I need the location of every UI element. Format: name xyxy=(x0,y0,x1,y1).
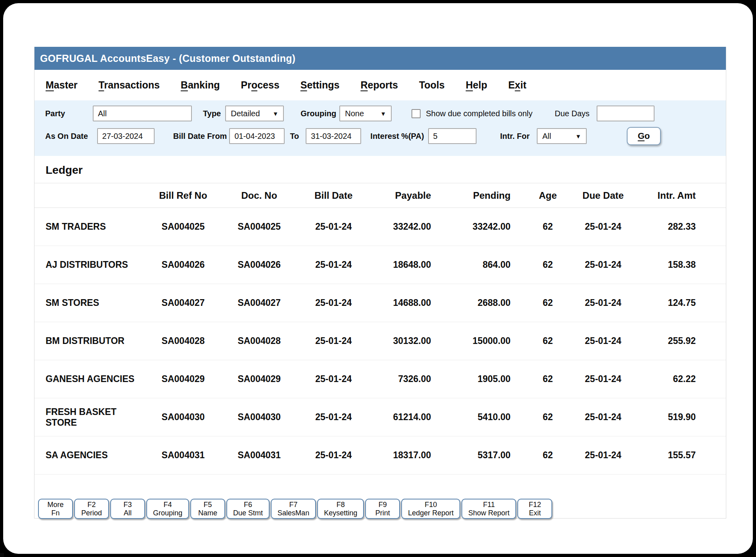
cell-due-date: 25-01-24 xyxy=(567,284,639,322)
cell-bill-date: 25-01-24 xyxy=(297,284,370,322)
cell-pending: 5410.00 xyxy=(449,398,529,436)
cell-age: 62 xyxy=(529,284,567,322)
cell-doc-no: SA004027 xyxy=(221,284,297,322)
cell-age: 62 xyxy=(529,398,567,436)
menu-help[interactable]: Help xyxy=(466,79,487,91)
as-on-date-label: As On Date xyxy=(45,132,88,141)
cell-age: 62 xyxy=(529,246,567,284)
cell-bill-ref-no: SA004030 xyxy=(145,398,221,436)
fn-button-f2-period[interactable]: F2Period xyxy=(74,499,109,519)
col-header-pending: Pending xyxy=(449,183,529,208)
as-on-date-input[interactable] xyxy=(97,128,155,144)
chevron-down-icon: ▼ xyxy=(380,110,386,117)
cell-pending: 864.00 xyxy=(449,246,529,284)
intr-for-label: Intr. For xyxy=(500,132,530,141)
cell-party-name: SA AGENCIES xyxy=(34,436,145,474)
show-due-checkbox[interactable] xyxy=(411,109,421,118)
go-button[interactable]: Go xyxy=(627,127,661,145)
col-header-bill-ref-no: Bill Ref No xyxy=(145,183,221,208)
type-select[interactable]: Detailed▼ xyxy=(225,106,284,121)
cell-intr-amt: 158.38 xyxy=(639,246,726,284)
fn-button-f3-all[interactable]: F3All xyxy=(110,499,145,519)
cell-payable: 18648.00 xyxy=(370,246,450,284)
cell-bill-date: 25-01-24 xyxy=(297,246,370,284)
function-key-bar: MoreFn F2Period F3All F4Grouping F5Name … xyxy=(34,474,726,518)
cell-bill-date: 25-01-24 xyxy=(297,398,370,436)
cell-doc-no: SA004025 xyxy=(221,208,297,246)
cell-doc-no: SA004026 xyxy=(221,246,297,284)
menu-transactions[interactable]: Transactions xyxy=(99,79,160,91)
fn-button-f11-show-report[interactable]: F11Show Report xyxy=(461,499,516,519)
col-header-age: Age xyxy=(529,183,567,208)
fn-button-more-fn[interactable]: MoreFn xyxy=(38,499,73,519)
cell-party-name: SM TRADERS xyxy=(34,208,145,246)
table-row[interactable]: SA AGENCIES SA004031 SA004031 25-01-24 1… xyxy=(34,436,726,474)
cell-payable: 7326.00 xyxy=(370,360,450,398)
menu-tools[interactable]: Tools xyxy=(419,79,445,91)
cell-pending: 1905.00 xyxy=(449,360,529,398)
table-row[interactable]: GANESH AGENCIES SA004029 SA004029 25-01-… xyxy=(34,360,726,398)
cell-party-name: GANESH AGENCIES xyxy=(34,360,145,398)
fn-button-f8-keysetting[interactable]: F8Keysetting xyxy=(317,499,364,519)
menu-banking[interactable]: Banking xyxy=(181,79,220,91)
window-title: GOFRUGAL AccountsEasy - (Customer Outsta… xyxy=(40,53,295,64)
fn-button-f7-salesman[interactable]: F7SalesMan xyxy=(271,499,316,519)
due-days-label: Due Days xyxy=(555,109,589,118)
cell-doc-no: SA004030 xyxy=(221,398,297,436)
intr-for-select[interactable]: All▼ xyxy=(537,128,587,144)
filter-panel: Party Type Detailed▼ Grouping None▼ Show… xyxy=(34,100,726,156)
fn-button-f6-due-stmt[interactable]: F6Due Stmt xyxy=(226,499,270,519)
cell-bill-ref-no: SA004031 xyxy=(145,436,221,474)
cell-intr-amt: 282.33 xyxy=(639,208,726,246)
cell-party-name: FRESH BASKET STORE xyxy=(34,398,145,436)
grouping-select[interactable]: None▼ xyxy=(339,106,392,121)
cell-bill-date: 25-01-24 xyxy=(297,322,370,360)
menu-exit[interactable]: Exit xyxy=(508,79,526,91)
table-row[interactable]: SM TRADERS SA004025 SA004025 25-01-24 33… xyxy=(34,208,726,246)
cell-intr-amt: 124.75 xyxy=(639,284,726,322)
cell-party-name: AJ DISTRIBUTORS xyxy=(34,246,145,284)
menu-master[interactable]: Master xyxy=(46,79,78,91)
cell-bill-ref-no: SA004025 xyxy=(145,208,221,246)
cell-age: 62 xyxy=(529,360,567,398)
cell-payable: 33242.00 xyxy=(370,208,450,246)
cell-bill-ref-no: SA004028 xyxy=(145,322,221,360)
screen-background: GOFRUGAL AccountsEasy - (Customer Outsta… xyxy=(0,0,756,557)
menu-settings[interactable]: Settings xyxy=(300,79,340,91)
cell-intr-amt: 155.57 xyxy=(639,436,726,474)
bill-date-to-input[interactable] xyxy=(306,128,361,144)
cell-pending: 33242.00 xyxy=(449,208,529,246)
cell-intr-amt: 519.90 xyxy=(639,398,726,436)
fn-button-f9-print[interactable]: F9Print xyxy=(365,499,400,519)
cell-intr-amt: 62.22 xyxy=(639,360,726,398)
cell-party-name: SM STORES xyxy=(34,284,145,322)
table-header-row: Bill Ref No Doc. No Bill Date Payable Pe… xyxy=(34,183,726,208)
table-row[interactable]: AJ DISTRIBUTORS SA004026 SA004026 25-01-… xyxy=(34,246,726,284)
table-row[interactable]: FRESH BASKET STORE SA004030 SA004030 25-… xyxy=(34,398,726,436)
cell-bill-date: 25-01-24 xyxy=(297,360,370,398)
title-bar: GOFRUGAL AccountsEasy - (Customer Outsta… xyxy=(34,47,726,70)
cell-due-date: 25-01-24 xyxy=(567,322,639,360)
table-row[interactable]: SM STORES SA004027 SA004027 25-01-24 146… xyxy=(34,284,726,322)
fn-button-f10-ledger-report[interactable]: F10Ledger Report xyxy=(401,499,460,519)
cell-pending: 2688.00 xyxy=(449,284,529,322)
chevron-down-icon: ▼ xyxy=(272,110,278,117)
app-window: GOFRUGAL AccountsEasy - (Customer Outsta… xyxy=(34,47,726,519)
cell-age: 62 xyxy=(529,436,567,474)
table-row[interactable]: BM DISTRIBUTOR SA004028 SA004028 25-01-2… xyxy=(34,322,726,360)
interest-input[interactable] xyxy=(428,128,477,144)
bill-date-from-input[interactable] xyxy=(229,128,285,144)
corner-artifact xyxy=(0,553,4,557)
outstanding-table: Bill Ref No Doc. No Bill Date Payable Pe… xyxy=(34,183,726,474)
party-input[interactable] xyxy=(93,106,192,121)
fn-button-f5-name[interactable]: F5Name xyxy=(190,499,225,519)
menu-process[interactable]: Process xyxy=(241,79,279,91)
menu-reports[interactable]: Reports xyxy=(360,79,398,91)
cell-bill-date: 25-01-24 xyxy=(297,436,370,474)
cell-due-date: 25-01-24 xyxy=(567,360,639,398)
col-header-due-date: Due Date xyxy=(567,183,639,208)
fn-button-f12-exit[interactable]: F12Exit xyxy=(517,499,552,519)
fn-button-f4-grouping[interactable]: F4Grouping xyxy=(146,499,189,519)
grouping-label: Grouping xyxy=(300,109,336,118)
due-days-input[interactable] xyxy=(597,106,655,121)
